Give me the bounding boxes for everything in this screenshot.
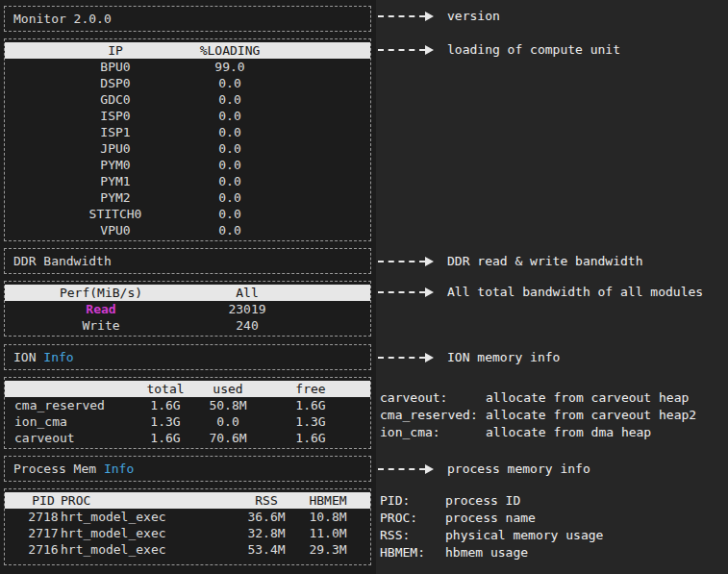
ip-name: ISP1: [100, 124, 130, 140]
note-line: HBMEM:hbmem usage: [380, 544, 603, 562]
ion-heap-notes: carveout:allocate from carveout heap cma…: [380, 389, 696, 441]
annotation-process: process memory info: [378, 461, 590, 477]
note-line: ion_cma:allocate from dma heap: [380, 424, 696, 441]
write-bandwidth-value: 240: [236, 317, 258, 334]
table-row: Read23019: [5, 301, 370, 317]
table-row: PYM00.0: [5, 157, 370, 173]
free-value: 1.6G: [295, 397, 325, 413]
note-term: PID:: [380, 492, 445, 510]
process-name: hrt_model_exec: [61, 509, 166, 525]
ddr-perf-table: Perf(MiB/s) All Read23019 Write240: [4, 281, 371, 337]
process-memory-table: PID PROC RSS HBMEM 2718hrt_model_exec36.…: [4, 488, 371, 565]
ddr-section-title: DDR Bandwidth: [5, 249, 370, 273]
total-value: 1.6G: [150, 430, 180, 446]
ip-loading-value: 0.0: [218, 157, 240, 173]
pid-value: 2717: [28, 525, 58, 541]
table-row: 2718hrt_model_exec36.6M10.8M: [5, 509, 370, 525]
table-row: Write240: [5, 317, 370, 334]
read-bandwidth-value: 23019: [228, 301, 265, 317]
annotation-version: version: [378, 8, 500, 24]
note-desc: hbmem usage: [445, 544, 528, 562]
dashed-arrow-icon: [378, 464, 434, 474]
hbmem-value: 11.0M: [309, 525, 346, 541]
ip-name: GDC0: [100, 91, 130, 108]
annotation-text: process memory info: [447, 462, 590, 476]
annotation-ion: ION memory info: [378, 349, 560, 365]
table-row: VPU00.0: [5, 222, 370, 238]
perf-column-header: Perf(MiB/s): [60, 285, 142, 301]
table-row: ISP00.0: [5, 108, 370, 124]
ip-loading-value: 0.0: [218, 124, 240, 140]
perf-table-header: Perf(MiB/s) All: [5, 285, 370, 301]
process-name: hrt_model_exec: [61, 541, 166, 558]
table-row: PYM10.0: [5, 173, 370, 189]
read-label: Read: [86, 301, 115, 317]
process-title-box: Process Mem Info: [4, 456, 371, 482]
process-title-prefix: Process Mem: [13, 462, 96, 476]
rss-value: 36.6M: [247, 509, 285, 525]
pid-column-header: PID: [32, 492, 54, 509]
process-name: hrt_model_exec: [61, 525, 166, 541]
annotation-text: DDR read & write bandwidth: [447, 254, 643, 268]
note-line: cma_reserved:allocate from carveout heap…: [380, 407, 696, 424]
dashed-arrow-icon: [378, 353, 434, 362]
total-value: 1.6G: [150, 397, 180, 413]
dashed-arrow-icon: [378, 12, 434, 21]
process-section-title: Process Mem Info: [5, 457, 370, 481]
note-desc: process ID: [445, 492, 520, 510]
ip-table-header: IP %LOADING: [5, 42, 370, 59]
table-row: carveout1.6G70.6M1.6G: [5, 430, 370, 446]
used-value: 50.8M: [209, 397, 246, 413]
note-desc: physical memory usage: [445, 527, 603, 544]
table-row: ISP10.0: [5, 124, 370, 140]
rss-value: 53.4M: [247, 541, 285, 558]
ion-title-prefix: ION: [13, 350, 36, 364]
total-column-header: total: [146, 381, 184, 397]
note-term: ion_cma:: [380, 424, 486, 441]
heap-name: cma_reserved: [14, 397, 105, 413]
monitor-version-title: Monitor 2.0.0: [5, 7, 370, 31]
hbmem-column-header: HBMEM: [309, 492, 346, 509]
process-field-notes: PID:process ID PROC:process name RSS:phy…: [380, 492, 603, 562]
heap-name: ion_cma: [14, 413, 67, 430]
ip-name: BPU0: [100, 59, 130, 75]
rss-value: 32.8M: [247, 525, 285, 541]
note-term: PROC:: [380, 510, 445, 527]
used-value: 70.6M: [209, 430, 246, 446]
free-column-header: free: [295, 381, 325, 397]
note-desc: process name: [445, 510, 536, 527]
used-column-header: used: [213, 381, 242, 397]
free-value: 1.6G: [295, 430, 325, 446]
ion-table-header: total used free: [5, 381, 370, 397]
hbmem-value: 10.8M: [309, 509, 346, 525]
ip-name: JPU0: [100, 140, 130, 157]
note-desc: allocate from carveout heap2: [486, 407, 696, 424]
pid-value: 2718: [28, 509, 58, 525]
table-row: PYM20.0: [5, 189, 370, 206]
table-row: DSP00.0: [5, 75, 370, 91]
annotation-all-bandwidth: All total bandwidth of all modules: [378, 284, 703, 300]
ddr-title-box: DDR Bandwidth: [4, 248, 371, 274]
dashed-arrow-icon: [378, 287, 434, 297]
ip-loading-value: 0.0: [218, 75, 240, 91]
table-row: 2716hrt_model_exec53.4M29.3M: [5, 541, 370, 558]
note-term: carveout:: [380, 389, 486, 407]
table-row: GDC00.0: [5, 91, 370, 108]
table-row: JPU00.0: [5, 140, 370, 157]
table-row: STITCH00.0: [5, 206, 370, 222]
process-table-header: PID PROC RSS HBMEM: [5, 492, 370, 509]
ip-loading-value: 0.0: [218, 91, 240, 108]
annotation-text: ION memory info: [447, 350, 560, 364]
note-line: RSS:physical memory usage: [380, 527, 603, 544]
annotation-text: All total bandwidth of all modules: [447, 285, 703, 299]
all-column-header: All: [236, 285, 258, 301]
write-label: Write: [82, 317, 119, 334]
annotation-loading: loading of compute unit: [378, 41, 620, 58]
ion-memory-table: total used free cma_reserved1.6G50.8M1.6…: [4, 377, 371, 449]
table-row: cma_reserved1.6G50.8M1.6G: [5, 397, 370, 413]
free-value: 1.3G: [295, 413, 325, 430]
ip-loading-value: 0.0: [218, 189, 240, 206]
annotation-text: version: [447, 9, 500, 23]
table-row: 2717hrt_model_exec32.8M11.0M: [5, 525, 370, 541]
ip-loading-value: 0.0: [218, 140, 240, 157]
